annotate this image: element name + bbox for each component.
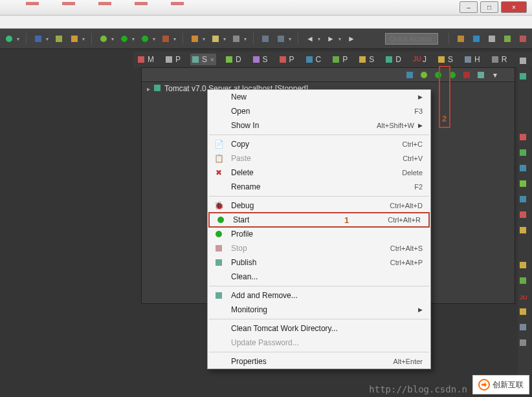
submenu-arrow-icon: ▶ [418,122,423,129]
menu-shortcut: Ctrl+V [403,155,423,162]
tab-servers[interactable]: S× [190,54,216,65]
sidebar-icon[interactable] [520,339,529,348]
menu-shortcut: Ctrl+Alt+D [390,202,423,209]
sidebar-icon[interactable] [520,261,529,270]
sidebar-icon[interactable] [520,277,529,286]
run-icon[interactable] [119,34,129,44]
sidebar-icon[interactable] [520,323,529,332]
sidebar-icon[interactable] [520,211,529,220]
publish-icon[interactable] [476,70,486,80]
debug-server-icon[interactable] [419,70,429,80]
menu-open[interactable]: OpenF3 [208,104,430,118]
globe-icon[interactable] [4,34,14,44]
right-sidebar: JU [518,52,531,391]
folder-icon[interactable] [210,34,221,44]
sidebar-icon[interactable]: JU [520,292,529,301]
sidebar-icon[interactable] [520,149,529,158]
tab-r[interactable]: R [490,54,509,65]
menu-label: Properties [231,357,393,366]
annotation-number-1: 1 [344,215,349,225]
menu-label: Copy [231,140,403,149]
stop-server-icon[interactable] [461,70,472,80]
tab-search[interactable]: S [357,54,376,65]
paste-icon: 📋 [213,153,225,164]
menu-label: Delete [231,168,402,177]
logo-icon [478,379,490,391]
perspective-icon[interactable] [471,34,482,44]
perspective-icon[interactable] [502,34,513,44]
package-icon[interactable] [190,34,200,44]
menu-copy[interactable]: 📄CopyCtrl+C [208,137,430,151]
sidebar-icon[interactable] [520,308,529,317]
view-tabs: M P S× D S P C P S D JUJ S H R ▾ [133,52,532,67]
titlebar [0,0,532,16]
menu-separator [209,286,429,286]
back-icon[interactable]: ◄ [305,34,315,44]
panel-toolbar: ▾ [142,68,515,82]
menu-new[interactable]: New▶ [208,90,430,104]
menu-shortcut: F3 [414,107,423,115]
tool-icon[interactable] [161,34,171,44]
menu-clean[interactable]: Clean... [208,270,430,284]
tab-letter: P [289,55,294,64]
menu-clean-work-dir[interactable]: Clean Tomcat Work Directory... [208,321,430,336]
menu-add-remove[interactable]: Add and Remove... [208,288,430,303]
tab-junit[interactable]: JUJ [411,54,428,65]
menu-show-in[interactable]: Show InAlt+Shift+W▶ [208,118,430,133]
menu-icon[interactable]: ▾ [490,70,500,80]
nav-icon[interactable] [260,34,271,44]
tab-letter: P [342,55,348,64]
tool-icon[interactable] [54,34,64,44]
quick-access-input[interactable] [385,33,438,45]
close-icon[interactable]: × [210,56,214,63]
logo-badge: 创新互联 [472,375,529,394]
app-icon[interactable] [33,34,43,44]
menu-profile[interactable]: Profile [208,227,430,241]
perspective-icon[interactable] [518,34,528,44]
tool-icon[interactable] [69,34,80,44]
menu-publish[interactable]: PublishCtrl+Alt+P [208,255,430,270]
maximize-button[interactable]: □ [480,1,498,13]
menu-debug[interactable]: 🐞DebugCtrl+Alt+D [208,198,430,213]
menu-rename[interactable]: RenameF2 [208,180,430,194]
tab-s[interactable]: S [436,54,455,65]
perspective-icon[interactable] [487,34,497,44]
tab-properties[interactable]: P [164,54,183,65]
menu-start[interactable]: Start1Ctrl+Alt+R [208,212,430,228]
tab-progress[interactable]: P [331,54,349,65]
tab-history[interactable]: H [463,54,482,65]
forward-icon[interactable]: ► [326,34,336,44]
tab-problems[interactable]: P [278,54,296,65]
tab-console[interactable]: C [304,54,324,65]
perspective-icon[interactable] [456,34,466,44]
menu-label: Start [233,215,344,224]
server-icon [154,84,161,93]
tab-letter: D [395,55,401,64]
sidebar-icon[interactable] [520,195,529,204]
sidebar-icon[interactable] [520,180,529,189]
sidebar-icon[interactable] [520,57,529,66]
menu-delete[interactable]: ✖DeleteDelete [208,166,430,180]
tab-debug[interactable]: D [384,54,403,65]
debug-icon[interactable] [98,34,109,44]
tab-markers[interactable]: M [136,54,156,65]
minimize-button[interactable]: – [460,1,478,13]
menu-monitoring[interactable]: Monitoring▶ [208,303,430,317]
annotation-number-2: 2 [442,114,447,123]
sidebar-icon[interactable] [520,72,529,81]
link-icon[interactable] [405,70,415,80]
sidebar-icon[interactable] [520,226,529,235]
nav-icon[interactable] [276,34,286,44]
menubar[interactable] [0,16,532,28]
forward-icon[interactable]: ► [346,34,357,44]
run-icon[interactable] [140,34,150,44]
tab-snippets[interactable]: S [251,54,270,65]
sidebar-icon[interactable] [520,164,529,173]
sidebar-icon[interactable] [520,133,529,142]
wand-icon[interactable] [231,34,241,44]
expand-icon[interactable]: ▸ [147,85,150,92]
close-button[interactable]: × [501,1,527,13]
tab-letter: S [369,55,374,64]
menu-properties[interactable]: PropertiesAlt+Enter [208,354,430,369]
tab-data[interactable]: D [224,54,243,65]
